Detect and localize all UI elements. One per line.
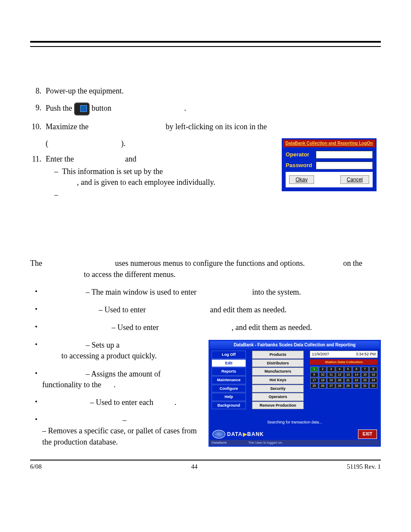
db-time: 3:34:52 PM [356,352,376,357]
grid-cell[interactable]: 11 [327,372,335,377]
text: to accessing a product quickly. [62,352,157,360]
grid-cell[interactable]: 17 [310,378,318,383]
grid-cell[interactable]: 8 [369,367,377,372]
text: into the system. [252,288,301,296]
text: to access the different menus. [84,270,176,279]
text: . [184,104,187,112]
bullet-remove-production: • – – Removes a specific case, or pallet… [30,415,200,448]
grid-cell[interactable]: 7 [361,367,369,372]
db-searching-text: Searching for transaction data... [210,411,380,427]
step-number: 10. [30,121,43,132]
side-logoff[interactable]: Log Off [212,351,246,359]
operator-label: Operator [286,151,316,159]
grid-cell[interactable]: 24 [369,378,377,383]
center-distributors[interactable]: Distributors [252,359,304,367]
center-manufacturers[interactable]: Manufacturers [252,367,304,376]
text: , and edit them as needed. [231,323,311,332]
bullet-hotkeys: • – Sets up a to accessing a product qui… [30,340,200,361]
grid-cell[interactable]: 10 [319,372,327,377]
grid-cell[interactable]: 13 [344,372,352,377]
header-rule-thick [30,41,381,43]
grid-cell[interactable]: 25 [310,383,318,389]
text: Maximize the [46,122,88,131]
step-8: 8. Power-up the equipment. [30,86,381,96]
mid-paragraph: The uses numerous menus to configure the… [30,258,381,280]
bullet-icon: • [30,415,42,448]
grid-cell[interactable]: 12 [336,372,344,377]
side-background[interactable]: Background [212,401,246,410]
text: – The main window is used to enter [86,288,196,296]
step-10: 10. Maximize the by left-clicking on its… [30,121,381,132]
grid-cell[interactable]: 26 [319,383,327,389]
grid-cell[interactable]: 21 [344,378,352,383]
footer-rev: 51195 Rev. 1 [347,463,381,470]
grid-cell[interactable]: 23 [361,378,369,383]
grid-cell[interactable]: 19 [327,378,335,383]
side-reports[interactable]: Reports [212,367,246,376]
text: – Used to enter each [90,398,153,407]
grid-cell[interactable]: 15 [361,372,369,377]
grid-cell[interactable]: 1 [310,367,318,372]
grid-cell[interactable]: 6 [352,367,361,372]
login-dialog: DataBank Collection and Reporting LogOn … [282,138,377,191]
okay-button[interactable]: Okay [289,175,314,184]
grid-cell[interactable]: 2 [319,367,327,372]
text: uses numerous menus to configure the fun… [115,259,305,268]
bullet-icon: • [30,369,42,390]
text: . [174,398,177,407]
status-right: The User is logged on. [248,440,283,445]
bullet-enter-1: • – Used to enter and edit them as neede… [30,305,381,315]
center-security[interactable]: Security [252,385,304,393]
text: – Used to enter [112,323,159,332]
step-content: Push the button . [43,103,381,115]
text: – Used to enter [99,305,146,314]
footer-date: 6/08 [30,463,42,470]
bullet-icon: • [30,322,42,333]
dash-body: This information is set up by the , and … [62,166,277,188]
grid-cell[interactable]: 29 [344,383,352,389]
grid-cell[interactable]: 32 [369,383,377,389]
bullet-icon: • [30,397,42,408]
password-input[interactable] [316,162,373,169]
center-hotkeys[interactable]: Hot Keys [252,376,304,384]
dash-item: – [54,190,277,200]
databank-window: DataBank - Fairbanks Scales Data Collect… [209,340,381,447]
grid-cell[interactable]: 18 [319,378,327,383]
text: , and is given to each employee individu… [77,178,215,187]
operator-input[interactable] [316,151,373,159]
center-operators[interactable]: Operators [252,393,304,401]
grid-cell[interactable]: 22 [352,378,361,383]
grid-cell[interactable]: 20 [336,378,344,383]
text: . [114,380,116,389]
center-products[interactable]: Products [252,351,304,359]
step-number: 8. [30,86,43,96]
grid-cell[interactable]: 16 [369,372,377,377]
bullet-main-window: • – The main window is used to enter int… [30,287,381,298]
side-configure[interactable]: Configure [212,385,246,393]
bullet-enter-2: • – Used to enter , and edit them as nee… [30,322,381,333]
grid-cell[interactable]: 5 [344,367,352,372]
databank-logo: DATA ▶BANK [212,430,264,439]
grid-cell[interactable]: 3 [327,367,335,372]
cancel-button[interactable]: Cancel [340,175,369,184]
side-edit[interactable]: Edit [212,359,246,367]
grid-cell[interactable]: 9 [310,372,318,377]
step-content: ( ). [43,138,277,149]
side-help[interactable]: Help [212,393,246,401]
grid-cell[interactable]: 30 [352,383,361,389]
text: ( [46,139,48,148]
grid-cell[interactable]: 14 [352,372,361,377]
text: – Removes a specific case, or pallet of … [42,426,197,446]
bullet-icon: • [30,287,42,298]
grid-cell[interactable]: 31 [361,383,369,389]
center-remove-production[interactable]: Remove Production [252,401,304,410]
databank-title: DataBank - Fairbanks Scales Data Collect… [210,341,380,349]
exit-button[interactable]: EXIT [358,429,377,439]
grid-cell[interactable]: 4 [336,367,344,372]
grid-cell[interactable]: 27 [327,383,335,389]
bullet-icon: • [30,305,42,315]
grid-cell[interactable]: 28 [336,383,344,389]
status-left: DataBank [212,440,227,445]
db-status-bar: DataBank The User is logged on. [210,440,380,445]
side-maintenance[interactable]: Maintenance [212,376,246,384]
